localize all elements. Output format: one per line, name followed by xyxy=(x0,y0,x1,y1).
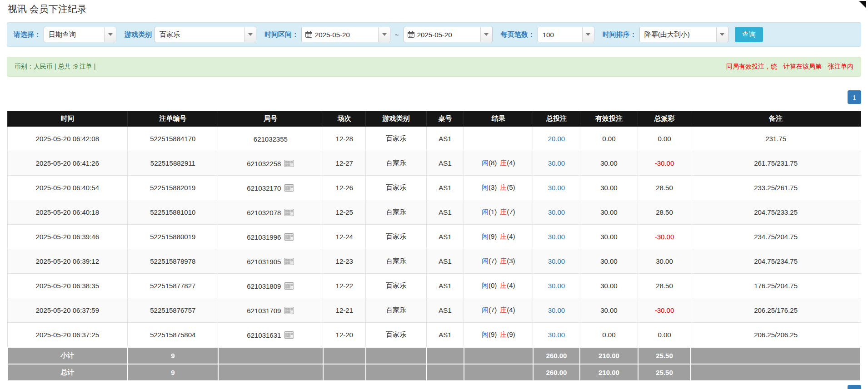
chevron-down-icon[interactable] xyxy=(378,27,390,42)
game-roadmap-icon[interactable] xyxy=(284,209,294,216)
game-roadmap-icon[interactable] xyxy=(284,258,294,265)
total-bet-cell: 20.00 xyxy=(533,127,580,151)
total-bet-cell: 30.00 xyxy=(533,323,580,347)
game-roadmap-icon[interactable] xyxy=(284,331,294,339)
game-roadmap-icon[interactable] xyxy=(284,233,294,241)
time-range-label: 时间区间： xyxy=(264,30,299,39)
note-cell: 261.75/231.75 xyxy=(691,151,861,176)
total-bet-cell: 30.00 xyxy=(533,274,580,298)
round-number: 621031631 xyxy=(247,331,281,339)
result-banker-label: 庄 xyxy=(500,257,507,265)
page-button-1[interactable]: 1 xyxy=(848,90,861,104)
bet-id-cell: 522515882019 xyxy=(128,176,218,200)
chevron-down-icon[interactable] xyxy=(480,27,492,42)
payout-cell: 30.00 xyxy=(638,249,691,274)
date-from-value: 2025-05-20 xyxy=(312,31,378,39)
page-size-label: 每页笔数： xyxy=(501,30,535,39)
result-cell: 闲(7)庄(3) xyxy=(464,249,533,274)
sort-order-value: 降幂(由大到小) xyxy=(640,30,716,39)
date-from-select[interactable]: 2025-05-20 xyxy=(301,27,390,42)
total-bet-link[interactable]: 30.00 xyxy=(548,233,565,241)
round-cell: 621032258 xyxy=(218,151,323,176)
result-banker-score: (7) xyxy=(507,208,515,216)
total-bet-link[interactable]: 30.00 xyxy=(548,306,565,314)
column-header: 结果 xyxy=(464,111,533,127)
summary-label: 总计 xyxy=(7,364,128,381)
chevron-down-icon[interactable] xyxy=(104,27,116,42)
query-type-label: 请选择： xyxy=(14,30,41,39)
bet-id-cell: 522515877827 xyxy=(128,274,218,298)
payout-cell: -30.00 xyxy=(638,298,691,323)
result-player-score: (8) xyxy=(489,159,497,167)
total-bet-link[interactable]: 30.00 xyxy=(548,331,565,339)
game-roadmap-icon[interactable] xyxy=(284,160,294,167)
payout-cell: 28.50 xyxy=(638,274,691,298)
summary-label: 小计 xyxy=(7,347,128,364)
chevron-down-icon[interactable] xyxy=(244,27,256,42)
note-cell: 206.25/176.25 xyxy=(691,298,861,323)
session-cell: 12-20 xyxy=(323,323,366,347)
sort-order-select[interactable]: 降幂(由大到小) xyxy=(639,27,728,42)
total-bet-cell: 30.00 xyxy=(533,176,580,200)
game-type-select[interactable]: 百家乐 xyxy=(155,27,256,42)
summary-empty-cell xyxy=(323,364,366,381)
table-header: 时间注单编号局号场次游戏类别桌号结果总投注有效投注总派彩备注 xyxy=(7,111,861,127)
chevron-down-icon[interactable] xyxy=(716,27,728,42)
total-bet-link[interactable]: 30.00 xyxy=(548,257,565,265)
result-banker-label: 庄 xyxy=(500,330,507,338)
column-header: 总派彩 xyxy=(638,111,691,127)
column-header: 注单编号 xyxy=(128,111,218,127)
total-bet-link[interactable]: 30.00 xyxy=(548,159,565,167)
summary-count: 9 xyxy=(128,364,218,381)
result-player-label: 闲 xyxy=(482,183,489,191)
bet-id-cell: 522515880019 xyxy=(128,225,218,249)
total-bet-link[interactable]: 30.00 xyxy=(548,208,565,216)
game-type-cell: 百家乐 xyxy=(366,127,426,151)
page-size-select[interactable]: 100 xyxy=(538,27,594,42)
summary-empty-cell xyxy=(464,364,533,381)
result-player-label: 闲 xyxy=(482,159,489,167)
summary-empty-cell xyxy=(464,347,533,364)
result-cell: 闲(0)庄(4) xyxy=(464,274,533,298)
query-type-value: 日期查询 xyxy=(44,30,104,39)
table-body: 2025-05-20 06:42:08522515884170621032355… xyxy=(7,127,861,381)
query-type-select[interactable]: 日期查询 xyxy=(44,27,116,42)
summary-empty-cell xyxy=(366,364,426,381)
result-banker-score: (4) xyxy=(507,159,515,167)
payout-cell: -30.00 xyxy=(638,225,691,249)
column-header: 备注 xyxy=(691,111,861,127)
result-banker-score: (4) xyxy=(507,232,515,240)
column-header: 场次 xyxy=(323,111,366,127)
round-cell: 621031631 xyxy=(218,323,323,347)
bet-id-cell: 522515882911 xyxy=(128,151,218,176)
total-bet-cell: 30.00 xyxy=(533,249,580,274)
game-roadmap-icon[interactable] xyxy=(284,307,294,314)
chevron-down-icon[interactable] xyxy=(582,27,594,42)
result-player-score: (1) xyxy=(489,208,497,216)
round-number: 621032258 xyxy=(247,160,281,167)
table-no-cell: AS1 xyxy=(426,225,464,249)
corner-fold-icon xyxy=(859,1,866,8)
total-bet-link[interactable]: 30.00 xyxy=(548,184,565,192)
search-button[interactable]: 查询 xyxy=(735,27,763,42)
payout-cell: 28.50 xyxy=(638,200,691,225)
result-banker-score: (4) xyxy=(507,281,515,289)
table-row: 2025-05-20 06:37:25522515875804621031631… xyxy=(7,323,861,347)
game-roadmap-icon[interactable] xyxy=(284,184,294,192)
valid-bet-cell: 30.00 xyxy=(580,298,638,323)
round-number: 621031709 xyxy=(247,307,281,315)
result-player-label: 闲 xyxy=(482,208,489,216)
summary-empty-cell xyxy=(691,364,861,381)
total-bet-link[interactable]: 30.00 xyxy=(548,282,565,290)
game-roadmap-icon[interactable] xyxy=(284,282,294,290)
page-button-1[interactable]: 1 xyxy=(848,385,861,389)
table-no-cell: AS1 xyxy=(426,249,464,274)
session-cell: 12-22 xyxy=(323,274,366,298)
date-to-select[interactable]: 2025-05-20 xyxy=(404,27,493,42)
notice-text: 同局有效投注，统一计算在该局第一张注单内 xyxy=(726,63,853,71)
table-row: 2025-05-20 06:39:46522515880019621031996… xyxy=(7,225,861,249)
total-bet-link[interactable]: 20.00 xyxy=(548,135,565,143)
result-player-label: 闲 xyxy=(482,330,489,338)
total-bet-cell: 30.00 xyxy=(533,298,580,323)
result-cell: 闲(7)庄(4) xyxy=(464,298,533,323)
